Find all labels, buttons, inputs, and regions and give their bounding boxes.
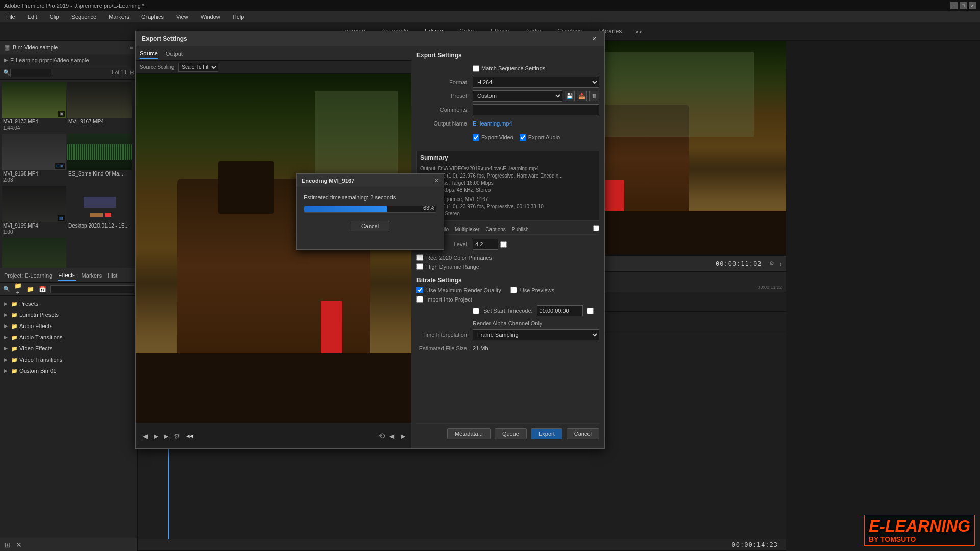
max-render-checkbox[interactable] (416, 287, 423, 293)
list-item[interactable]: MVI_9167.MP4 (67, 82, 132, 132)
preview-go-end-button[interactable]: ▶| (162, 432, 172, 441)
time-interp-select[interactable]: Frame Sampling (473, 329, 599, 340)
menu-edit[interactable]: Edit (26, 13, 39, 21)
source-scaling-label: Source Scaling (140, 64, 174, 70)
media-thumbnail: ⊞ (2, 82, 66, 118)
tree-video-transitions[interactable]: ▶ 📁 Video Transitions (0, 354, 137, 365)
tab-history[interactable]: Hist (108, 270, 117, 281)
list-item[interactable]: ⊞ MVI_9173.MP4 1:44:04 (2, 82, 66, 132)
bin-menu-icon[interactable]: ≡ (130, 44, 133, 51)
menu-view[interactable]: View (174, 13, 190, 21)
minimize-button[interactable]: − (950, 2, 958, 9)
panel-extra-checkbox[interactable] (593, 225, 599, 231)
tab-project[interactable]: Project: E-Learning (4, 270, 52, 281)
tree-audio-effects[interactable]: ▶ 📁 Audio Effects (0, 320, 137, 332)
preview-step-fwd-button[interactable]: ▶ (398, 432, 407, 441)
menu-window[interactable]: Window (199, 13, 223, 21)
timecode-checkbox[interactable] (473, 308, 479, 314)
export-av-control: Export Video Export Audio (473, 134, 599, 141)
new-bin-button[interactable]: ⊞ (3, 540, 12, 549)
import-project-checkbox[interactable] (416, 296, 423, 303)
menu-sequence[interactable]: Sequence (69, 13, 99, 21)
level-input[interactable] (473, 239, 498, 250)
preview-step-back-button[interactable]: ◀ (387, 432, 396, 441)
menu-help[interactable]: Help (231, 13, 247, 21)
level-checkbox[interactable] (500, 241, 507, 248)
preview-tabs: Source Output (136, 46, 411, 61)
menu-markers[interactable]: Markers (107, 13, 131, 21)
tree-audio-transitions[interactable]: ▶ 📁 Audio Transitions (0, 332, 137, 343)
preview-go-start-button[interactable]: |◀ (140, 432, 149, 441)
workspace-more-button[interactable]: >> (631, 26, 646, 38)
list-item[interactable]: ES_Some-Kind-Of-Ma... (67, 134, 132, 184)
folder-icon: ▶ (4, 57, 8, 63)
folder-button[interactable]: 📁 (26, 285, 35, 294)
tab-effects[interactable]: Effects (58, 270, 75, 281)
preview-play-button[interactable]: ▶ (151, 432, 160, 441)
encoding-title: Encoding MVI_9167 (302, 178, 354, 184)
tab-markers[interactable]: Markers (82, 270, 102, 281)
match-sequence-checkbox[interactable] (473, 65, 479, 72)
rec2020-checkbox[interactable] (416, 254, 423, 261)
calendar-button[interactable]: 📅 (38, 285, 47, 294)
settings-icon[interactable]: ⚙ (769, 260, 774, 267)
cancel-export-button[interactable]: Cancel (567, 428, 599, 439)
resize-icon[interactable]: ↕ (779, 261, 782, 267)
tab-source[interactable]: Source (140, 48, 158, 59)
queue-button[interactable]: Queue (495, 428, 527, 439)
menu-graphics[interactable]: Graphics (139, 13, 166, 21)
modal-title: Export Settings (142, 35, 187, 42)
menu-file[interactable]: File (4, 13, 17, 21)
delete-preset-button[interactable]: 🗑 (589, 91, 599, 101)
maximize-button[interactable]: □ (960, 2, 967, 9)
menu-clip[interactable]: Clip (47, 13, 61, 21)
panel-tab-captions[interactable]: Captions (485, 225, 505, 234)
preview-settings-icon[interactable]: ⚙ (174, 432, 180, 440)
file-size-label: Estimated File Size: (416, 345, 473, 352)
max-render-label: Use Maximum Render Quality (426, 287, 501, 293)
delete-button[interactable]: ✕ (14, 540, 23, 549)
bin-list-icon[interactable]: ⊞ (130, 69, 134, 76)
media-thumbnail (2, 238, 66, 268)
section-title: Export Settings (416, 52, 599, 59)
format-select[interactable]: H.264 (473, 77, 599, 88)
encoding-cancel-button[interactable]: Cancel (351, 221, 389, 231)
max-render-row: Use Maximum Render Quality Use Previews (416, 287, 599, 293)
bin-search-input[interactable] (10, 69, 51, 77)
effects-toolbar: 🔍 📁+ 📁 📅 (0, 283, 137, 296)
comments-input[interactable] (473, 104, 599, 115)
export-video-checkbox[interactable] (473, 134, 479, 141)
preset-select[interactable]: Custom (473, 90, 562, 102)
panel-tab-publish[interactable]: Publish (512, 225, 529, 234)
timecode-control: Set Start Timecode: Render Alpha Channel… (473, 305, 599, 327)
tab-output[interactable]: Output (166, 48, 183, 59)
tree-video-effects[interactable]: ▶ 📁 Video Effects (0, 343, 137, 354)
effects-search-input[interactable] (50, 285, 134, 293)
panel-tab-multiplexer[interactable]: Multiplexer (455, 225, 479, 234)
new-folder-button[interactable]: 📁+ (13, 285, 22, 294)
output-name-link[interactable]: E- learning.mp4 (473, 120, 512, 127)
list-item[interactable]: Desktop 2020.01.12 - 15... (67, 186, 132, 236)
render-alpha-checkbox[interactable] (587, 308, 594, 314)
tree-custom-bin[interactable]: ▶ 📁 Custom Bin 01 (0, 365, 137, 377)
list-item[interactable]: ▤ MVI_9169.MP4 1:00 (2, 186, 66, 236)
close-app-button[interactable]: × (969, 2, 976, 9)
use-previews-checkbox[interactable] (510, 287, 517, 293)
export-audio-checkbox[interactable] (520, 134, 526, 141)
tree-lumetri-presets[interactable]: ▶ 📁 Lumetri Presets (0, 309, 137, 320)
preset-label: Preset: (416, 93, 473, 99)
tree-item-label: Custom Bin 01 (19, 368, 56, 374)
source-scaling-select[interactable]: Scale To Fit (178, 63, 218, 72)
encoding-close-button[interactable]: × (434, 177, 438, 184)
import-preset-button[interactable]: 📥 (577, 91, 587, 101)
export-button[interactable]: Export (531, 428, 562, 439)
hdr-checkbox[interactable] (416, 263, 423, 270)
timecode-input[interactable] (537, 305, 583, 316)
list-item[interactable] (2, 238, 66, 268)
list-item[interactable]: ⊞⊞ MVI_9168.MP4 2:03 (2, 134, 66, 184)
tree-presets[interactable]: ▶ 📁 Presets (0, 298, 137, 309)
save-preset-button[interactable]: 💾 (565, 91, 575, 101)
metadata-button[interactable]: Metadata... (447, 428, 491, 439)
preview-extra-btn[interactable]: ⟲ (378, 431, 385, 441)
modal-close-button[interactable]: × (590, 35, 598, 43)
